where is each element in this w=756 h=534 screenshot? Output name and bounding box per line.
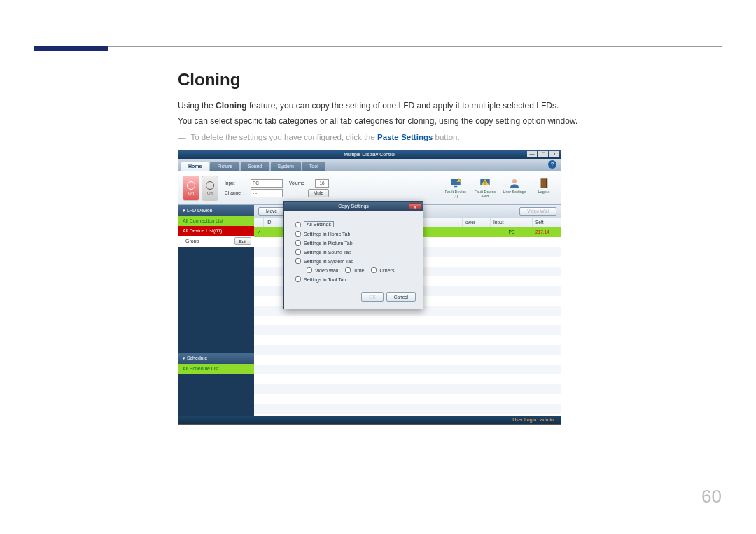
sidebar-all-schedule[interactable]: All Schedule List (178, 364, 254, 374)
row-power (463, 227, 491, 237)
power-icon (206, 181, 214, 190)
volume-value[interactable]: 16 (315, 179, 329, 188)
sidebar-lfd-header[interactable]: ▾ LFD Device (178, 205, 254, 216)
row-checkbox[interactable]: ✓ (254, 227, 262, 237)
note-line: To delete the settings you have configur… (178, 133, 722, 141)
user-settings-item[interactable]: User Settings (502, 177, 527, 199)
desc1-pre: Using the (178, 101, 216, 111)
app-screenshot: Multiple Display Control — □ x Home Pict… (178, 150, 561, 425)
sidebar-spacer (178, 247, 254, 353)
dialog-cancel-button[interactable]: Cancel (386, 292, 416, 302)
opt-time[interactable]: Time (345, 267, 364, 273)
user-settings-label: User Settings (503, 190, 526, 195)
sidebar-all-connection[interactable]: All Connection List (178, 216, 254, 226)
dialog-titlebar: Copy Settings x (284, 202, 423, 211)
checkbox[interactable] (295, 258, 301, 264)
opt-system[interactable]: Settings in System Tab (295, 258, 412, 264)
checkbox[interactable] (295, 222, 301, 227)
sidebar: ▾ LFD Device All Connection List All Dev… (178, 205, 254, 416)
svg-rect-7 (541, 178, 547, 188)
tab-home[interactable]: Home (181, 162, 209, 171)
sidebar-spacer2 (178, 374, 254, 416)
section-heading: Cloning (178, 70, 722, 90)
dialog-title: Copy Settings (338, 204, 369, 209)
opt-all-label: All Settings (304, 221, 334, 227)
monitor-warning-icon: ! (478, 177, 492, 190)
checkbox[interactable] (295, 249, 301, 255)
maximize-button[interactable]: □ (538, 151, 548, 157)
dialog-close-button[interactable]: x (409, 203, 421, 209)
opt-picture[interactable]: Settings in Picture Tab (295, 240, 412, 246)
page-number: 60 (701, 486, 722, 507)
power-on-label: On (188, 191, 194, 195)
opt-tool-label: Settings in Tool Tab (304, 277, 346, 282)
row-input: PC (491, 227, 533, 237)
th-input[interactable]: Input (491, 218, 533, 227)
opt-tool[interactable]: Settings in Tool Tab (295, 276, 412, 282)
opt-all-settings[interactable]: All Settings (295, 221, 412, 227)
header-rule (34, 46, 722, 47)
volume-label: Volume (289, 181, 313, 185)
th-set[interactable]: Sett (533, 218, 561, 227)
sidebar-edit-button[interactable]: Edit (234, 237, 251, 245)
sidebar-schedule-header[interactable]: ▾ Schedule (178, 353, 254, 364)
fault-device-item[interactable]: Fault Device (1) (443, 177, 468, 199)
opt-vw-label: Video Wall (315, 268, 338, 273)
checkbox[interactable] (345, 267, 351, 273)
tab-picture[interactable]: Picture (210, 162, 239, 171)
opt-others-label: Others (379, 268, 394, 273)
tab-sound[interactable]: Sound (241, 162, 269, 171)
sidebar-group-label: Group (186, 236, 199, 247)
checkbox[interactable] (295, 231, 301, 237)
logout-label: Logout (538, 190, 550, 195)
power-off-button[interactable]: Off (202, 176, 218, 201)
mute-button[interactable]: Mute (308, 189, 329, 197)
opt-sound[interactable]: Settings in Sound Tab (295, 249, 412, 255)
desc-line-1: Using the Cloning feature, you can copy … (178, 99, 722, 112)
close-button[interactable]: x (550, 151, 559, 157)
tab-tool[interactable]: Tool (302, 162, 326, 171)
user-icon (507, 177, 522, 190)
toolbar-right: Fault Device (1) ! Fault Device Alert Us… (443, 177, 556, 199)
opt-sound-label: Settings in Sound Tab (304, 250, 351, 255)
power-on-button[interactable]: On (183, 176, 200, 201)
note-post: button. (433, 133, 459, 141)
checkbox[interactable] (371, 267, 377, 273)
opt-video-wall[interactable]: Video Wall (307, 267, 338, 273)
tab-system[interactable]: System (271, 162, 301, 171)
fault-device-label: Fault Device (1) (443, 190, 468, 199)
svg-rect-8 (546, 178, 547, 188)
sidebar-all-device[interactable]: All Device List(01) (178, 226, 254, 236)
checkbox[interactable] (307, 267, 312, 273)
checkbox[interactable] (295, 276, 301, 282)
sidebar-group[interactable]: Group Edit (178, 236, 254, 247)
app-tabs: Home Picture Sound System Tool ? (178, 159, 561, 171)
opt-picture-label: Settings in Picture Tab (304, 241, 353, 246)
copy-settings-dialog: Copy Settings x All Settings Settings in… (284, 201, 424, 309)
logout-item[interactable]: Logout (531, 177, 556, 199)
th-power[interactable]: ower (463, 218, 491, 227)
desc1-post: feature, you can copy the setting of one… (247, 101, 559, 111)
fault-alert-item[interactable]: ! Fault Device Alert (472, 177, 498, 199)
svg-point-6 (512, 179, 517, 183)
opt-home[interactable]: Settings in Home Tab (295, 231, 412, 237)
header-accent-bar (34, 46, 108, 51)
status-text: User Login : admin (512, 417, 554, 422)
input-select[interactable]: PC (251, 179, 283, 188)
dialog-ok-button[interactable]: OK (361, 292, 383, 302)
minimize-button[interactable]: — (527, 151, 537, 157)
page-content: Cloning Using the Cloning feature, you c… (178, 70, 722, 425)
status-bar: User Login : admin (178, 416, 561, 424)
help-icon[interactable]: ? (548, 160, 556, 169)
video-wall-button[interactable]: Video Wall (519, 207, 556, 216)
th-check[interactable] (254, 218, 264, 227)
channel-select[interactable]: - - (251, 189, 283, 197)
window-buttons: — □ x (527, 151, 559, 157)
checkbox[interactable] (295, 240, 301, 246)
opt-others[interactable]: Others (371, 267, 394, 273)
volume-group: Volume 16 Mute (289, 179, 329, 197)
move-button[interactable]: Move (258, 207, 285, 216)
desc1-bold: Cloning (216, 101, 247, 111)
app-toolbar: On Off Input PC Channel - - Volume 1 (178, 171, 561, 205)
input-group: Input PC Channel - - (225, 179, 283, 197)
